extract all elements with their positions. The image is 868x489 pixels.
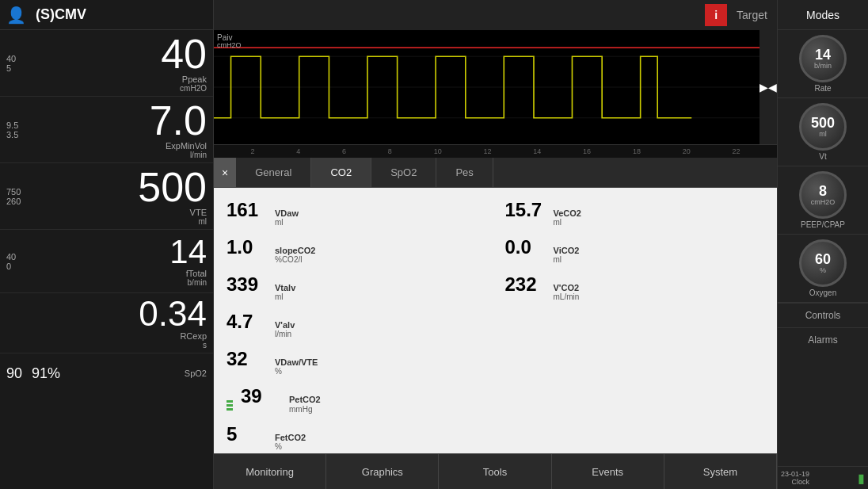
target-button[interactable]: Target <box>727 4 777 26</box>
fetco2-value: 5 <box>227 423 270 445</box>
info-button[interactable]: i <box>705 4 727 26</box>
vte-unit: ml <box>198 217 207 226</box>
tab-general[interactable]: General <box>236 158 311 187</box>
vico2-name: ViCO2 <box>554 246 580 255</box>
vdawvte-value: 32 <box>227 348 270 370</box>
spo2-row: 90 91% SpO2 <box>0 353 213 393</box>
spo2-val2: 91% <box>32 365 60 382</box>
nav-events[interactable]: Events <box>552 454 664 489</box>
ftotal-unit: b/min <box>188 278 207 287</box>
peep-value: 8 <box>819 184 827 198</box>
co2-item-vico2: 0.0 ViCO2 ml <box>505 235 765 266</box>
alarms-label[interactable]: Alarms <box>778 331 868 349</box>
rcexp-label: RCexp <box>180 331 207 341</box>
time-tick-5: 12 <box>483 147 491 155</box>
vtalv-value: 339 <box>227 273 270 296</box>
metric-ppeak: 40 5 40 Ppeak cmH2O <box>0 30 213 97</box>
expminvol-limit-high: 9.5 <box>6 120 42 130</box>
vte-label: VTE <box>190 208 207 217</box>
vt-knob[interactable]: 500 ml <box>799 103 847 151</box>
time-tick-6: 14 <box>533 147 541 155</box>
tab-bar: × General CO2 SpO2 Pes <box>214 158 777 188</box>
time-tick-7: 16 <box>583 147 591 155</box>
center-header: i Target <box>214 0 777 30</box>
date-display: 23-01-19 <box>781 470 809 478</box>
nav-graphics[interactable]: Graphics <box>326 454 439 489</box>
slopeco2-value: 1.0 <box>227 236 270 258</box>
vpralv-name: V'alv <box>275 320 295 330</box>
time-tick-9: 20 <box>683 147 691 155</box>
ppeak-limit-low: 5 <box>6 63 42 73</box>
veco2-unit: ml <box>554 218 581 227</box>
fetco2-unit: % <box>275 442 306 451</box>
alarms-section: Alarms <box>778 327 868 352</box>
vdawvte-name: VDaw/VTE <box>275 357 318 367</box>
co2-item-slopeco2: 1.0 slopeCO2 %CO2/l <box>227 235 486 266</box>
ppeak-limit-high: 40 <box>6 54 42 63</box>
nav-system[interactable]: System <box>664 454 777 489</box>
nav-tools[interactable]: Tools <box>439 454 551 489</box>
rate-value: 14 <box>815 48 831 62</box>
tab-co2[interactable]: CO2 <box>311 158 371 187</box>
vprco2-value: 232 <box>505 273 549 296</box>
expminvol-limit-low: 3.5 <box>6 130 42 139</box>
vtalv-name: Vtalv <box>275 283 295 292</box>
ftotal-value: 14 <box>169 235 207 269</box>
rate-knob[interactable]: 14 b/min <box>799 35 847 82</box>
spo2-val1: 90 <box>6 365 22 382</box>
bottom-nav: Monitoring Graphics Tools Events System <box>214 453 777 489</box>
bottom-right: 23-01-19 Clock ▮ <box>778 466 868 489</box>
clock-label: Clock <box>781 478 809 486</box>
ftotal-label: fTotal <box>186 269 207 278</box>
veco2-name: VeCO2 <box>554 208 581 218</box>
controls-label[interactable]: Controls <box>778 307 868 324</box>
oxygen-knob[interactable]: 60 % <box>799 239 847 287</box>
battery-icon: ▮ <box>858 471 865 486</box>
waveform-area: Paiv cmH2O ▶◀ <box>214 30 777 145</box>
vdaw-value: 161 <box>227 199 270 221</box>
ppeak-value: 40 <box>161 33 207 74</box>
rate-knob-container: 14 b/min Rate <box>778 30 868 98</box>
vte-limit-high: 750 <box>6 187 42 197</box>
green-bar-3 <box>227 408 233 411</box>
green-bar-2 <box>227 404 233 407</box>
time-tick-10: 22 <box>733 147 740 155</box>
time-axis: 2 4 6 8 10 12 14 16 18 20 22 <box>214 145 777 158</box>
waveform-expand-control[interactable]: ▶◀ <box>760 30 777 144</box>
time-tick-1: 4 <box>296 147 300 155</box>
oxygen-knob-container: 60 % Oxygen <box>778 235 868 303</box>
tab-pes[interactable]: Pes <box>436 158 493 187</box>
petco2-unit: mmHg <box>289 405 321 414</box>
slopeco2-unit: %CO2/l <box>275 255 315 264</box>
rcexp-unit: s <box>203 341 207 350</box>
time-tick-0: 2 <box>250 147 254 155</box>
vico2-value: 0.0 <box>505 236 549 258</box>
vdaw-name: VDaw <box>275 208 299 218</box>
fetco2-name: FetCO2 <box>275 433 306 442</box>
waveform-unit: cmH2O <box>217 41 242 49</box>
mode-title: (S)CMV <box>36 6 86 23</box>
metric-expminvol: 9.5 3.5 7.0 ExpMinVol l/min <box>0 97 213 163</box>
center-panel: i Target Paiv cmH2O ▶◀ <box>214 0 777 489</box>
co2-item-vdaw: 161 VDaw ml <box>227 197 486 228</box>
vte-value: 500 <box>138 166 207 208</box>
co2-item-fetco2: 5 FetCO2 % <box>227 422 486 453</box>
vtalv-unit: ml <box>275 292 295 301</box>
nav-monitoring[interactable]: Monitoring <box>214 454 326 489</box>
vdaw-unit: ml <box>275 218 299 227</box>
peep-unit: cmH2O <box>811 198 836 206</box>
tab-spo2[interactable]: SpO2 <box>371 158 436 187</box>
modes-header: Modes <box>778 0 868 30</box>
vt-knob-container: 500 ml Vt <box>778 98 868 166</box>
peep-knob[interactable]: 8 cmH2O <box>799 171 847 219</box>
peep-knob-container: 8 cmH2O PEEP/CPAP <box>778 166 868 235</box>
vdawvte-unit: % <box>275 367 318 376</box>
co2-data-grid: 161 VDaw ml 15.7 VeCO2 ml 1.0 <box>227 197 764 453</box>
petco2-indicator <box>227 400 233 411</box>
time-tick-2: 6 <box>342 147 346 155</box>
tab-close-button[interactable]: × <box>214 158 236 187</box>
vico2-unit: ml <box>554 255 580 264</box>
time-tick-3: 8 <box>388 147 392 155</box>
expminvol-value: 7.0 <box>150 100 207 141</box>
patient-icon: 👤 <box>6 6 26 25</box>
